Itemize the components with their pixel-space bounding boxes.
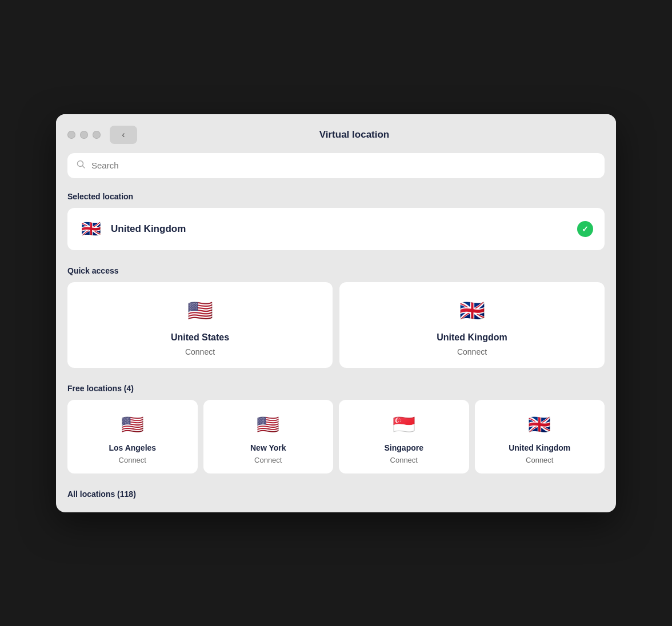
free-location-flag-0: 🇺🇸 xyxy=(119,411,146,438)
quick-access-label: Quick access xyxy=(67,266,605,275)
free-location-flag-3: 🇬🇧 xyxy=(526,411,553,438)
search-bar[interactable] xyxy=(67,153,605,178)
quick-access-grid: 🇺🇸 United States Connect 🇬🇧 United Kingd… xyxy=(67,282,605,368)
svg-line-1 xyxy=(83,166,85,168)
free-location-name-1: New York xyxy=(250,443,286,452)
minimize-button[interactable] xyxy=(80,131,88,139)
selected-location-card[interactable]: 🇬🇧 United Kingdom ✓ xyxy=(67,208,605,250)
free-location-flag-2: 🇸🇬 xyxy=(391,411,417,438)
selected-location-flag: 🇬🇧 xyxy=(79,217,103,241)
free-location-name-2: Singapore xyxy=(385,443,423,452)
quick-access-flag-1: 🇬🇧 xyxy=(457,296,487,326)
window-title: Virtual location xyxy=(144,129,565,141)
free-location-connect-1: Connect xyxy=(254,456,282,464)
traffic-lights xyxy=(67,131,101,139)
quick-access-name-0: United States xyxy=(171,332,229,343)
quick-access-connect-1: Connect xyxy=(457,347,487,356)
app-window: ‹ Virtual location Selected location 🇬🇧 … xyxy=(56,114,616,512)
free-location-name-0: Los Angeles xyxy=(109,443,156,452)
free-locations-label: Free locations (4) xyxy=(67,384,605,393)
close-button[interactable] xyxy=(67,131,75,139)
free-location-card-2[interactable]: 🇸🇬 Singapore Connect xyxy=(339,400,469,473)
free-locations-grid: 🇺🇸 Los Angeles Connect 🇺🇸 New York Conne… xyxy=(67,400,605,473)
free-location-flag-1: 🇺🇸 xyxy=(255,411,281,438)
quick-access-name-1: United Kingdom xyxy=(437,332,507,343)
all-locations-label[interactable]: All locations (118) xyxy=(67,489,605,499)
free-location-connect-2: Connect xyxy=(390,456,418,464)
selected-location-label: Selected location xyxy=(67,192,605,201)
check-icon: ✓ xyxy=(582,224,589,234)
connected-badge: ✓ xyxy=(577,221,593,237)
back-button[interactable]: ‹ xyxy=(110,126,137,144)
maximize-button[interactable] xyxy=(93,131,101,139)
search-icon xyxy=(77,160,86,171)
quick-access-card-0[interactable]: 🇺🇸 United States Connect xyxy=(67,282,333,368)
main-content: Selected location 🇬🇧 United Kingdom ✓ Qu… xyxy=(56,153,616,512)
free-location-card-1[interactable]: 🇺🇸 New York Connect xyxy=(203,400,334,473)
titlebar: ‹ Virtual location xyxy=(56,114,616,153)
quick-access-connect-0: Connect xyxy=(185,347,215,356)
free-location-connect-0: Connect xyxy=(119,456,146,464)
search-input[interactable] xyxy=(91,160,595,170)
selected-location-name: United Kingdom xyxy=(111,223,569,235)
quick-access-card-1[interactable]: 🇬🇧 United Kingdom Connect xyxy=(339,282,605,368)
free-location-name-3: United Kingdom xyxy=(509,443,570,452)
free-location-card-3[interactable]: 🇬🇧 United Kingdom Connect xyxy=(475,400,605,473)
free-location-card-0[interactable]: 🇺🇸 Los Angeles Connect xyxy=(67,400,198,473)
quick-access-flag-0: 🇺🇸 xyxy=(185,296,215,326)
free-location-connect-3: Connect xyxy=(526,456,553,464)
back-icon: ‹ xyxy=(122,130,125,140)
